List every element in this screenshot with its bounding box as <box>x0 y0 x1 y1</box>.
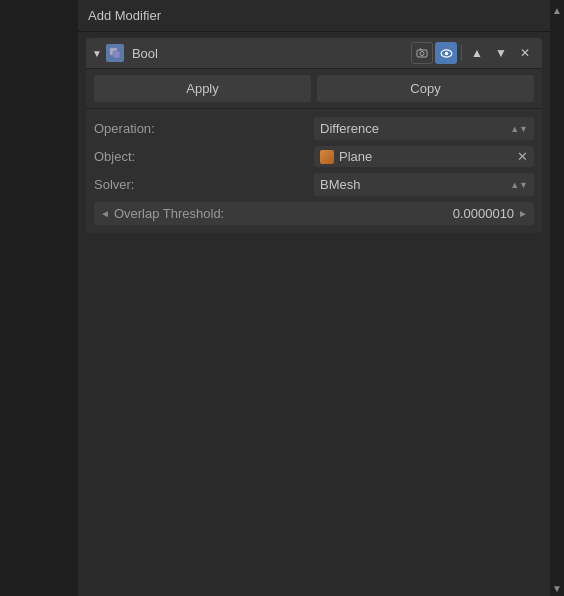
threshold-increase-button[interactable]: ► <box>518 208 528 219</box>
apply-button[interactable]: Apply <box>94 75 311 102</box>
solver-select-arrow: ▲▼ <box>510 180 528 190</box>
solver-select[interactable]: BMesh ▲▼ <box>314 173 534 196</box>
object-field[interactable]: Plane ✕ <box>314 146 534 167</box>
copy-button[interactable]: Copy <box>317 75 534 102</box>
svg-rect-1 <box>113 51 120 58</box>
clear-object-button[interactable]: ✕ <box>517 150 528 163</box>
panel-bottom <box>78 239 550 596</box>
operation-select[interactable]: Difference ▲▼ <box>314 117 534 140</box>
object-name: Plane <box>339 149 512 164</box>
action-row: Apply Copy <box>86 69 542 109</box>
left-sidebar <box>0 0 78 596</box>
main-panel: Add Modifier ▼ Bool <box>78 0 550 596</box>
close-modifier-button[interactable]: ✕ <box>514 42 536 64</box>
panel-title: Add Modifier <box>88 8 161 23</box>
move-up-button[interactable]: ▲ <box>466 42 488 64</box>
operation-row: Operation: Difference ▲▼ <box>94 117 534 140</box>
threshold-row[interactable]: ◄ Overlap Threshold: 0.0000010 ► <box>94 202 534 225</box>
operation-value-area: Difference ▲▼ <box>314 117 534 140</box>
threshold-decrease-button[interactable]: ◄ <box>100 208 110 219</box>
modifier-type-icon <box>106 44 124 62</box>
modifier-topbar: ▼ Bool <box>86 38 542 69</box>
up-arrow-icon: ▲ <box>471 46 483 60</box>
properties-grid: Operation: Difference ▲▼ Object: Plane ✕ <box>86 109 542 233</box>
solver-row: Solver: BMesh ▲▼ <box>94 173 534 196</box>
expand-arrow-icon[interactable]: ▼ <box>92 48 102 59</box>
solver-value-area: BMesh ▲▼ <box>314 173 534 196</box>
object-label: Object: <box>94 149 314 164</box>
operation-label: Operation: <box>94 121 314 136</box>
object-cube-icon <box>320 150 334 164</box>
scroll-up-arrow[interactable]: ▲ <box>552 4 562 18</box>
render-icon-button[interactable] <box>411 42 433 64</box>
topbar-divider <box>461 45 462 61</box>
svg-point-6 <box>444 51 448 55</box>
solver-value: BMesh <box>320 177 360 192</box>
move-down-button[interactable]: ▼ <box>490 42 512 64</box>
threshold-label: Overlap Threshold: <box>114 206 453 221</box>
eye-icon-button[interactable] <box>435 42 457 64</box>
scrollbar[interactable]: ▲ ▼ <box>550 0 564 596</box>
threshold-value: 0.0000010 <box>453 206 514 221</box>
svg-rect-4 <box>420 49 422 51</box>
modifier-name: Bool <box>128 46 407 61</box>
operation-select-arrow: ▲▼ <box>510 124 528 134</box>
modifier-block: ▼ Bool <box>86 38 542 233</box>
scroll-down-arrow[interactable]: ▼ <box>552 582 562 596</box>
close-icon: ✕ <box>520 46 530 60</box>
topbar-icons: ▲ ▼ ✕ <box>411 42 536 64</box>
object-value-area: Plane ✕ <box>314 146 534 167</box>
svg-point-3 <box>420 52 424 56</box>
down-arrow-icon: ▼ <box>495 46 507 60</box>
panel-header: Add Modifier <box>78 0 550 32</box>
operation-value: Difference <box>320 121 379 136</box>
solver-label: Solver: <box>94 177 314 192</box>
object-row: Object: Plane ✕ <box>94 146 534 167</box>
